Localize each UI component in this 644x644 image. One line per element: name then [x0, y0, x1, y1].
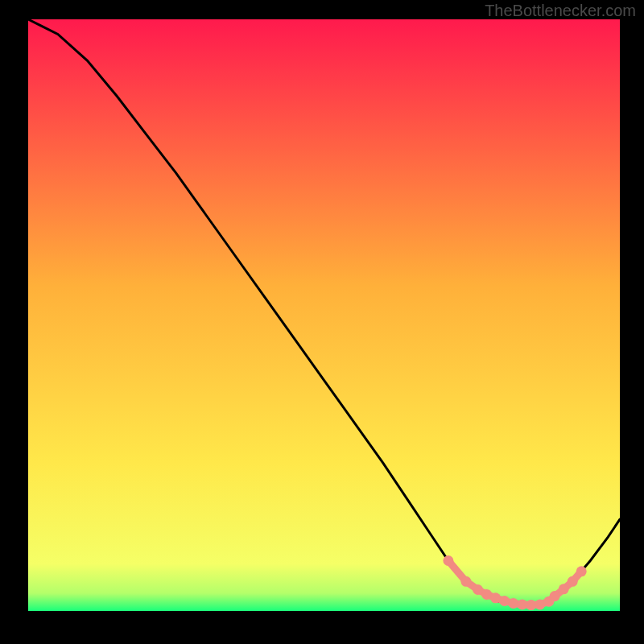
highlight-dot — [559, 584, 569, 594]
highlight-dot — [508, 598, 518, 609]
bottleneck-chart: TheBottlenecker.com — [0, 0, 644, 644]
highlight-dot — [460, 576, 471, 587]
highlight-dot — [499, 596, 510, 606]
highlight-dot — [517, 599, 527, 609]
highlight-dot — [443, 555, 453, 566]
highlight-dot — [473, 584, 483, 595]
plot-background — [28, 19, 620, 611]
highlight-dot — [576, 566, 587, 576]
highlight-dot — [550, 591, 560, 601]
highlight-dot — [535, 599, 545, 609]
highlight-dot — [568, 576, 578, 587]
chart-svg: TheBottlenecker.com — [0, 0, 644, 644]
attribution-text: TheBottlenecker.com — [485, 2, 636, 19]
highlight-dot — [490, 592, 501, 603]
